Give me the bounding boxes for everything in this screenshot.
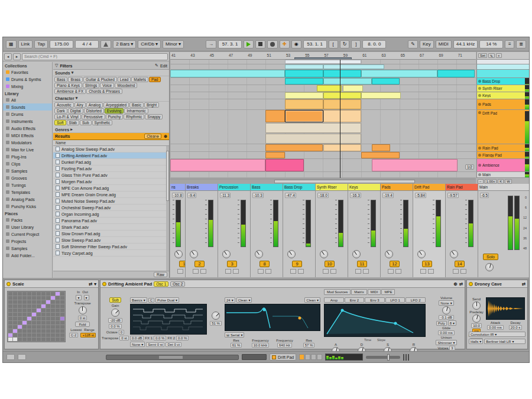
clip[interactable]	[170, 159, 265, 171]
send-knob[interactable]	[472, 301, 481, 310]
pan-knob[interactable]	[255, 250, 263, 258]
peak-value[interactable]: -10.3	[252, 193, 264, 198]
track-header[interactable]: Synth Riser	[477, 85, 530, 92]
sidebar-item-library[interactable]: All	[3, 96, 52, 103]
envelope-tab[interactable]: LFO 2	[406, 297, 426, 303]
clip[interactable]	[265, 159, 304, 171]
sidebar-item-library[interactable]: MIDI Effects	[3, 132, 52, 139]
peak-value[interactable]: -9.4	[187, 193, 196, 198]
browser-scrollbar[interactable]	[166, 146, 169, 271]
arrangement-canvas[interactable]: 1/2	[170, 60, 476, 178]
clip[interactable]	[285, 70, 323, 77]
solo-arm-buttons[interactable]	[193, 269, 206, 274]
track-header[interactable]: Drift Pad	[477, 110, 530, 144]
arm-icon[interactable]	[478, 154, 481, 157]
pan-knob[interactable]	[287, 250, 296, 258]
tag-group-header-character[interactable]: Character▾	[53, 95, 169, 102]
mixer-track-title[interactable]: Keys	[348, 184, 380, 191]
sidebar-item-library[interactable]: Grooves	[3, 174, 52, 181]
voices-value[interactable]: 3	[449, 346, 455, 351]
computer-keyboard-icon[interactable]	[18, 354, 26, 360]
sidebar-item-library[interactable]: Max for Live	[3, 146, 52, 153]
mixer-track-title[interactable]: Rain Pad	[446, 184, 478, 191]
result-item[interactable]: Drifting Ambient Pad.adv	[53, 153, 169, 159]
midi-map-button[interactable]: MIDI	[436, 40, 452, 48]
result-item[interactable]: Slow Drown Pad.adg	[53, 231, 169, 237]
volume-knob[interactable]	[442, 306, 450, 314]
quantize-menu[interactable]: 2 Bars▾	[113, 40, 136, 48]
peak-value[interactable]: -11.3	[220, 193, 231, 198]
filter-tag[interactable]: Evolving	[105, 108, 124, 113]
pan-knob[interactable]	[352, 250, 361, 258]
filter-tag[interactable]: Lead	[118, 77, 131, 82]
filter-tag[interactable]: Ambience & FX	[54, 89, 86, 94]
peak-value[interactable]: -6.5	[480, 193, 489, 198]
key-root-menu[interactable]: C#/Db▾	[138, 40, 161, 48]
scale-grid[interactable]	[7, 291, 66, 342]
filter-display[interactable]	[225, 304, 320, 331]
panel-toggle-icon[interactable]: ≡	[505, 40, 514, 48]
clip[interactable]	[265, 144, 323, 151]
solo-arm-buttons[interactable]	[323, 269, 336, 274]
filter-tag[interactable]: Bass	[54, 77, 67, 82]
fold-button[interactable]: Fold	[75, 322, 90, 327]
track-activator[interactable]: 2	[194, 261, 205, 267]
sidebar-item-library[interactable]: Plug-Ins	[3, 153, 52, 160]
panel-toggle-icon[interactable]: ≣	[516, 40, 526, 48]
arm-icon[interactable]	[478, 80, 481, 83]
filter-tag[interactable]: Chords & Phrases	[86, 89, 122, 94]
filter-tag[interactable]: Guitar & Plucked	[83, 77, 117, 82]
pan-knob[interactable]	[385, 250, 393, 258]
filter-tag[interactable]: Mallets	[131, 77, 148, 82]
osc-level-value[interactable]: 0.0 dB	[130, 336, 144, 340]
track-header[interactable]: Keys	[477, 92, 530, 99]
clip[interactable]	[361, 92, 401, 99]
clip[interactable]	[323, 144, 362, 151]
osc-preset-select[interactable]: Basics ▾	[130, 297, 147, 303]
solo-arm-buttons[interactable]	[225, 269, 239, 274]
key-map-button[interactable]: Key	[420, 40, 434, 48]
set-button[interactable]: Set	[478, 53, 487, 58]
pan-knob[interactable]	[222, 250, 231, 258]
loop-length-display[interactable]: 8. 0. 0	[362, 40, 386, 48]
tempo-display[interactable]: 175.00	[50, 40, 73, 48]
mixer-track-title[interactable]: Bass Drop	[283, 184, 315, 191]
clip[interactable]	[265, 134, 361, 144]
automation-arm-button[interactable]: ◉	[291, 40, 301, 48]
sidebar-item-library[interactable]: Clips	[3, 160, 52, 167]
clip[interactable]	[372, 144, 390, 151]
arm-icon[interactable]	[478, 173, 481, 176]
filter2-type-select[interactable]: Clean ▾	[304, 297, 320, 303]
solo-button[interactable]: Solo	[483, 254, 498, 260]
filter-tag[interactable]: Pad	[149, 77, 161, 82]
track-header[interactable]	[477, 60, 530, 64]
clip[interactable]	[265, 110, 285, 122]
result-item[interactable]: Glass Thin Pure Pad.adv	[53, 172, 169, 179]
filter-tag[interactable]: Soft	[54, 120, 66, 125]
track-activator[interactable]: 3	[227, 261, 237, 267]
device-on-icon[interactable]	[7, 282, 11, 286]
clip[interactable]	[285, 60, 361, 64]
result-item[interactable]: Soft Shimmer Filter Sweep Pad.adv	[53, 244, 169, 250]
result-item[interactable]: Shark Pad.adv	[53, 224, 169, 231]
filter-tag[interactable]: Piano & Keys	[54, 83, 82, 88]
filter-tag[interactable]: Stab	[67, 120, 79, 125]
plus-icon[interactable]: +	[496, 53, 502, 58]
ir-category-select[interactable]: Halls ▾	[469, 339, 483, 344]
sub-osc-toggle[interactable]: Sub	[109, 297, 121, 303]
sidebar-item-library[interactable]: Punchy Kicks	[3, 203, 52, 210]
fx-mode-select[interactable]: None ▾	[130, 342, 145, 347]
filter-tag[interactable]: Analog	[86, 102, 103, 108]
track-activator[interactable]: 1	[179, 261, 186, 267]
tone-value[interactable]: 0.0 %	[109, 324, 121, 329]
clip[interactable]	[285, 99, 323, 109]
sidebar-item-place[interactable]: Current Project	[3, 231, 52, 238]
name-column-header[interactable]: Name	[53, 140, 169, 146]
mod-tab[interactable]: Mod Sources	[324, 289, 351, 295]
collapse-icon[interactable]: ▽	[55, 63, 58, 68]
pencil-icon[interactable]: ✎	[488, 53, 495, 58]
overdub-button[interactable]: ✚	[280, 40, 290, 48]
filter-tag[interactable]: Woodwind	[115, 83, 137, 88]
mixer-track-title[interactable]: Main	[478, 184, 530, 191]
fold-device-icon[interactable]: ▾	[94, 281, 96, 287]
